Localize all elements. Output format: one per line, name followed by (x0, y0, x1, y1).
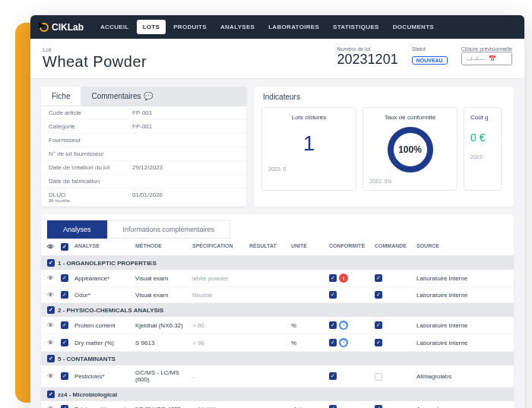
page-title: Wheat Powder (43, 53, 147, 71)
indicators-title: Indicateurs (254, 87, 514, 107)
alert-icon: ! (339, 274, 348, 283)
brand-text: ClKLab (52, 22, 84, 33)
row-checkbox[interactable] (61, 372, 68, 380)
col-header: 👁 (47, 243, 61, 251)
fiche-row: Date de création du lot29/12/2023 (41, 161, 246, 175)
row-checkbox[interactable] (61, 291, 68, 299)
table-row: 👁Odor*Visual examNeutralLaboratoire inte… (41, 287, 514, 303)
order-checkbox[interactable] (375, 339, 382, 346)
section-header[interactable]: 5 - CONTAMINANTS (41, 352, 514, 365)
fiche-row: Fournisseur (41, 134, 246, 147)
lot-number-value: 20231201 (337, 52, 398, 68)
tab-infos-compl[interactable]: Informations complémentaires (107, 220, 231, 239)
order-checkbox[interactable] (375, 291, 382, 299)
tab-commentaires[interactable]: Commentaires 💬 (81, 87, 246, 106)
analyses-card: Analyses Informations complémentaires 👁A… (41, 214, 514, 408)
col-header: MÉTHODE (135, 243, 192, 251)
row-checkbox[interactable] (61, 339, 68, 346)
conformity-checkbox[interactable] (329, 405, 337, 408)
indicator-card: Coût g0 €2022: (464, 107, 502, 191)
section-header[interactable]: zz4 - Microbiological (41, 387, 514, 401)
eye-icon[interactable]: 👁 (47, 321, 54, 329)
order-checkbox[interactable] (375, 405, 382, 408)
indicators-card: Indicateurs Lots clôturés12022: 0Taux de… (254, 87, 514, 207)
tab-analyses[interactable]: Analyses (47, 220, 107, 239)
eye-icon[interactable]: 👁 (47, 274, 54, 282)
tab-fiche[interactable]: Fiche (41, 87, 81, 106)
close-date-label: Clôture prévisionnelle (461, 46, 512, 52)
fiche-row: CatégorieFP-001 (41, 120, 246, 134)
select-all-checkbox[interactable] (61, 243, 68, 251)
fiche-row: N° de lot fournisseur (41, 147, 246, 161)
top-navbar: ClKLab ACCUEILLOTSPRODUITSANALYSESLABORA… (30, 15, 524, 39)
conformity-checkbox[interactable] (329, 321, 337, 329)
conformity-checkbox[interactable] (329, 291, 337, 299)
table-row: 👁Appearance*Visual examwhite powder!Labo… (41, 270, 514, 287)
table-row: 👁Pesticides*GC/MS - LC/MS (600)-Alimagro… (41, 365, 514, 387)
section-checkbox[interactable] (47, 355, 55, 362)
nav-analyses[interactable]: ANALYSES (214, 20, 261, 34)
brand-logo[interactable]: ClKLab (40, 22, 84, 33)
comment-icon: 💬 (144, 92, 153, 100)
col-header: SOURCE (416, 243, 508, 251)
fiche-row: Date de fabrication (41, 175, 246, 188)
nav-lots[interactable]: LOTS (137, 20, 166, 34)
indicator-card: Taux de conformité100%2022: 0% (363, 107, 458, 191)
nav-accueil[interactable]: ACCUEIL (94, 20, 135, 34)
cursor-icon: ➤ (36, 19, 46, 31)
section-header[interactable]: 2 - PHYSICO-CHEMICALS ANALYSIS (41, 303, 514, 317)
col-header (61, 243, 74, 251)
app-window: ClKLab ACCUEILLOTSPRODUITSANALYSESLABORA… (30, 15, 524, 408)
eye-icon: 👁 (47, 243, 54, 251)
conformity-donut: 100% (388, 127, 433, 172)
row-checkbox[interactable] (61, 274, 68, 282)
section-header[interactable]: 1 - ORGANOLEPTIC PROPERTIES (41, 256, 514, 270)
conformity-checkbox[interactable] (329, 372, 337, 380)
table-row: 👁Protein contentKjeldhal (NX6.32)> 60%🕐L… (41, 317, 514, 334)
col-header: RÉSULTAT (249, 243, 291, 251)
order-checkbox[interactable] (375, 373, 382, 381)
nav-documents[interactable]: DOCUMENTS (387, 20, 440, 34)
order-checkbox[interactable] (375, 321, 382, 329)
lot-number-label: Numéro de lot (337, 46, 398, 52)
conformity-checkbox[interactable] (329, 274, 337, 282)
fiche-card: Fiche Commentaires 💬 Code articleFP-001C… (41, 87, 246, 207)
col-header: UNITÉ (291, 243, 329, 251)
table-row: 👁Dry matter (%)S 9613> 98%🕐Laboratoire i… (41, 334, 514, 352)
nav-statistiques[interactable]: STATISTIQUES (327, 20, 385, 34)
order-checkbox[interactable] (375, 274, 382, 282)
close-date-input[interactable]: --/--/---- 📅 (461, 52, 512, 65)
eye-icon[interactable]: 👁 (47, 405, 54, 408)
clock-icon: 🕐 (339, 321, 348, 330)
close-date-value: --/--/---- (467, 55, 486, 62)
col-header: COMMANDE (375, 243, 416, 251)
row-checkbox[interactable] (61, 321, 68, 329)
header-sub: Lot (43, 46, 147, 53)
col-header: CONFORMITÉ (329, 243, 375, 251)
status-label: Statut (412, 46, 448, 52)
calendar-icon: 📅 (489, 55, 496, 62)
page-header: Lot Wheat Powder Numéro de lot 20231201 … (30, 39, 524, 79)
nav-produits[interactable]: PRODUITS (167, 20, 213, 34)
indicator-card: Lots clôturés12022: 0 (261, 107, 356, 191)
status-badge: NOUVEAU (412, 56, 448, 65)
fiche-row: Code articleFP-001 (41, 106, 246, 120)
row-checkbox[interactable] (61, 405, 68, 408)
fiche-row: DLUO36 months01/01/2026 (41, 188, 246, 207)
section-checkbox[interactable] (47, 391, 55, 398)
eye-icon[interactable]: 👁 (47, 339, 54, 346)
conformity-checkbox[interactable] (329, 339, 337, 346)
eye-icon[interactable]: 👁 (47, 372, 54, 380)
nav-laboratoires[interactable]: LABORATOIRES (262, 20, 325, 34)
section-checkbox[interactable] (47, 306, 55, 314)
col-header: ANALYSE (74, 243, 135, 251)
table-row: 👁Total aerobic countNF EN ISO 4833< 10 0… (41, 401, 514, 408)
col-header: SPÉCIFICATION (192, 243, 249, 251)
eye-icon[interactable]: 👁 (47, 291, 54, 299)
section-checkbox[interactable] (47, 259, 55, 267)
clock-icon: 🕐 (339, 338, 348, 347)
